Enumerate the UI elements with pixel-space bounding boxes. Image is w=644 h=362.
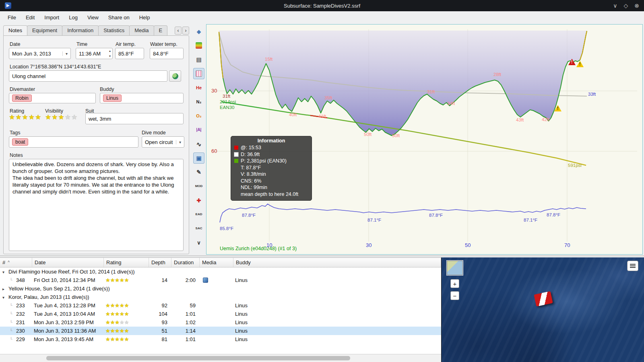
he-toggle-icon[interactable]: He bbox=[193, 82, 204, 93]
horizontal-scrollbar[interactable] bbox=[0, 354, 441, 362]
pp-graph-icon[interactable]: |A| bbox=[193, 124, 204, 136]
visibility-label: Visibility bbox=[45, 108, 63, 114]
tree-connector: └ bbox=[10, 301, 12, 310]
o2-toggle-icon[interactable]: O₂ bbox=[193, 110, 204, 121]
location-input[interactable]: Ulong channel bbox=[9, 70, 167, 82]
collapse-profile-icon[interactable]: ∨ bbox=[193, 237, 204, 248]
minimize-button[interactable]: ∨ bbox=[613, 2, 617, 9]
ndl-icon[interactable]: ✚ bbox=[193, 195, 204, 206]
mod-icon[interactable]: MOD bbox=[193, 181, 204, 192]
ruler-icon[interactable]: ▤ bbox=[193, 54, 204, 65]
buddy-tag[interactable]: Linus bbox=[103, 95, 122, 102]
n2-toggle-icon[interactable]: N₂ bbox=[193, 96, 204, 107]
column-header-media[interactable]: Media bbox=[200, 258, 233, 267]
star-filled-icon[interactable]: ★ bbox=[22, 114, 28, 121]
dive-row-230[interactable]: └230Mon Jun 3, 2013 11:36 AM★★★★★511:14L… bbox=[0, 327, 441, 335]
ead-icon[interactable]: EAD bbox=[193, 209, 204, 220]
dive-media bbox=[200, 327, 233, 335]
close-button[interactable]: ⊗ bbox=[634, 2, 639, 9]
dive-row-348[interactable]: └348Fri Oct 10, 2014 12:34 PM★★★★★142:00… bbox=[0, 276, 441, 284]
water-temp-field[interactable]: 84.8°F bbox=[150, 48, 184, 59]
star-filled-icon[interactable]: ★ bbox=[29, 114, 35, 121]
chevron-expanded-icon[interactable]: ▾ bbox=[2, 293, 8, 301]
air-temp-field[interactable]: 85.8°F bbox=[115, 48, 144, 59]
column-header-depth[interactable]: Depth bbox=[149, 258, 171, 267]
column-header-[interactable]: #^ bbox=[0, 258, 32, 267]
divemaster-tag[interactable]: Robin bbox=[12, 95, 32, 102]
divemaster-input[interactable]: Robin bbox=[9, 93, 96, 103]
heartrate-icon[interactable]: ∿ bbox=[193, 138, 204, 150]
chevron-collapsed-icon[interactable]: ▸ bbox=[2, 285, 8, 293]
dive-site-marker[interactable] bbox=[534, 291, 553, 306]
photos-toggle-icon[interactable]: ▣ bbox=[193, 152, 204, 164]
star-filled-icon[interactable]: ★ bbox=[9, 114, 15, 121]
overview-map[interactable] bbox=[447, 261, 463, 275]
he-toggle-icon-glyph: He bbox=[196, 86, 202, 90]
tab-scroll-right-button[interactable]: › bbox=[182, 27, 189, 35]
star-empty-icon[interactable]: ★ bbox=[65, 114, 71, 121]
tab-media[interactable]: Media bbox=[129, 25, 154, 35]
tab-e[interactable]: E bbox=[154, 25, 168, 35]
column-header-buddy[interactable]: Buddy bbox=[233, 258, 441, 267]
legend-swatch bbox=[234, 159, 238, 163]
star-empty-icon[interactable]: ★ bbox=[71, 114, 77, 121]
dive-rating: ★★★★★ bbox=[104, 335, 149, 343]
map-menu-button[interactable] bbox=[627, 261, 638, 271]
menu-item-view[interactable]: View bbox=[83, 13, 103, 22]
tab-statistics[interactable]: Statistics bbox=[98, 25, 130, 35]
menu-item-log[interactable]: Log bbox=[64, 13, 82, 22]
tab-notes[interactable]: Notes bbox=[3, 25, 27, 35]
sac-icon[interactable]: SAC bbox=[193, 223, 204, 234]
tab-scroll-left-button[interactable]: ‹ bbox=[175, 27, 182, 35]
column-header-rating[interactable]: Rating bbox=[104, 258, 149, 267]
star-filled-icon[interactable]: ★ bbox=[15, 114, 21, 121]
column-header-date[interactable]: Date bbox=[32, 258, 104, 267]
zoom-in-button[interactable]: + bbox=[450, 279, 459, 288]
menu-item-edit[interactable]: Edit bbox=[21, 13, 39, 22]
map-panel[interactable]: + − bbox=[441, 257, 644, 362]
star-filled-icon: ★ bbox=[124, 328, 129, 333]
trip-row[interactable]: ▾Divi Flamingo House Reef, Fri Oct 10, 2… bbox=[0, 267, 441, 276]
notes-textarea[interactable]: Unbelievable dive. Dozens and dozens of … bbox=[9, 159, 184, 251]
visibility-stars[interactable]: ★★★★★ bbox=[45, 114, 78, 121]
tags-input[interactable]: boat bbox=[9, 136, 138, 148]
dive-row-233[interactable]: └233Tue Jun 4, 2013 12:28 PM★★★★★9259Lin… bbox=[0, 301, 441, 310]
edit-icon[interactable]: ✎ bbox=[193, 167, 204, 178]
shade-gradient-icon[interactable] bbox=[193, 40, 204, 51]
tab-information[interactable]: Information bbox=[62, 25, 99, 35]
dive-row-231[interactable]: └231Mon Jun 3, 2013 2:59 PM★★★★★931:02Li… bbox=[0, 318, 441, 327]
trip-row[interactable]: ▸Yellow House, Sun Sep 21, 2014 (1 dive(… bbox=[0, 284, 441, 293]
menu-item-import[interactable]: Import bbox=[40, 13, 64, 22]
star-filled-icon[interactable]: ★ bbox=[35, 114, 41, 121]
dive-number: └232 bbox=[0, 310, 32, 318]
menu-item-share-on[interactable]: Share on bbox=[104, 13, 134, 22]
star-filled-icon[interactable]: ★ bbox=[45, 114, 51, 121]
dive-row-229[interactable]: └229Mon Jun 3, 2013 9:45 AM★★★★★811:01Li… bbox=[0, 335, 441, 343]
menu-item-help[interactable]: Help bbox=[135, 13, 155, 22]
menu-item-file[interactable]: File bbox=[3, 13, 21, 22]
map-lookup-button[interactable] bbox=[169, 70, 181, 82]
dive-mode-select[interactable]: Open circuit bbox=[142, 136, 184, 148]
suit-input[interactable]: wet, 3mm bbox=[85, 113, 184, 124]
media-photos-icon[interactable] bbox=[203, 278, 208, 283]
star-filled-icon[interactable]: ★ bbox=[52, 114, 58, 121]
trip-row[interactable]: ▾Koror, Palau, Jun 2013 (11 dive(s)) bbox=[0, 293, 441, 301]
dive-row-232[interactable]: └232Tue Jun 4, 2013 10:04 AM★★★★★1041:01… bbox=[0, 310, 441, 318]
chevron-expanded-icon[interactable]: ▾ bbox=[2, 268, 8, 276]
tab-equipment[interactable]: Equipment bbox=[27, 25, 62, 35]
depth-label: 43ft bbox=[516, 117, 524, 122]
maximize-button[interactable]: ◇ bbox=[623, 2, 628, 9]
star-filled-icon[interactable]: ★ bbox=[58, 114, 64, 121]
time-spinbox[interactable]: 11:36 AM bbox=[76, 48, 113, 59]
dive-profile[interactable]: Information @: 15:53D: 36.9ftP: 2,381psi… bbox=[206, 24, 643, 255]
date-select[interactable]: Mon Jun 3, 2013 bbox=[9, 48, 71, 59]
zoom-out-button[interactable]: − bbox=[450, 291, 459, 300]
dc-ceiling-icon[interactable]: ◆ bbox=[193, 26, 204, 37]
buddy-input[interactable]: Linus bbox=[100, 93, 184, 103]
rating-stars[interactable]: ★★★★★ bbox=[9, 114, 41, 121]
column-header-duration[interactable]: Duration bbox=[171, 258, 200, 267]
scrollbar-thumb[interactable] bbox=[46, 356, 350, 360]
horizontal-splitter[interactable] bbox=[0, 255, 644, 257]
tag-chip[interactable]: boat bbox=[12, 138, 28, 146]
tissue-heatmap-icon[interactable] bbox=[193, 68, 204, 79]
